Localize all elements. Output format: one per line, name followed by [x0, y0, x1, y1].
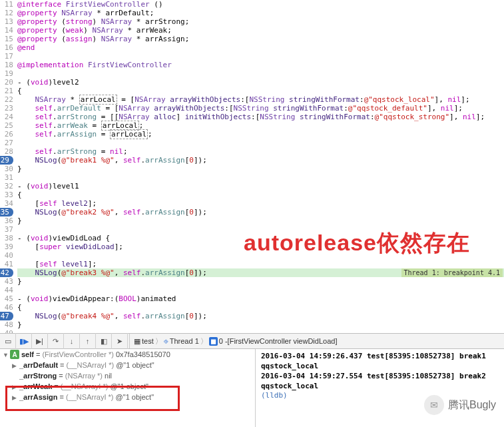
code-line[interactable]: }: [17, 216, 504, 225]
code-line[interactable]: [17, 286, 504, 294]
debug-view-button[interactable]: ◧: [96, 333, 112, 349]
line-number[interactable]: 44: [0, 286, 13, 294]
code-line[interactable]: NSLog(@"break1 %@", self.arrAssign[0]);: [17, 156, 504, 165]
line-number[interactable]: 36: [0, 216, 13, 225]
disclosure-triangle-icon[interactable]: [12, 393, 17, 401]
step-out-button[interactable]: ↑: [80, 333, 96, 349]
line-number[interactable]: 42: [0, 268, 13, 277]
code-editor[interactable]: 1112131415161718192021222324252627282930…: [0, 0, 504, 333]
var-name: _arrDefault: [19, 361, 58, 369]
line-number[interactable]: 33: [0, 191, 13, 199]
code-line[interactable]: @implementation FirstViewController: [17, 61, 504, 69]
watermark: ✉ 腾讯Bugly: [424, 395, 496, 415]
code-line[interactable]: {: [17, 191, 504, 199]
code-line[interactable]: @property (assign) NSArray * arrAssign;: [17, 35, 504, 43]
variable-row[interactable]: Aself = (FirstViewController *) 0x7fa348…: [0, 349, 255, 360]
step-over-button[interactable]: ↷: [48, 333, 64, 349]
code-line[interactable]: [17, 139, 504, 147]
code-line[interactable]: }: [17, 165, 504, 173]
line-number[interactable]: 46: [0, 303, 13, 312]
line-number[interactable]: 21: [0, 87, 13, 95]
line-number[interactable]: 43: [0, 277, 13, 286]
code-line[interactable]: [self level2];: [17, 199, 504, 208]
disclosure-triangle-icon[interactable]: [12, 361, 17, 369]
line-number[interactable]: 41: [0, 260, 13, 268]
variable-row[interactable]: _arrAssign = (__NSArrayI *) @"1 object": [0, 392, 255, 402]
line-number[interactable]: 37: [0, 225, 13, 234]
code-line[interactable]: [17, 173, 504, 182]
line-number[interactable]: 39: [0, 242, 13, 251]
line-number[interactable]: 28: [0, 147, 13, 156]
code-line[interactable]: self.arrDefault = [NSArray arrayWithObje…: [17, 104, 504, 113]
code-line[interactable]: self.arrWeak = arrLocal;: [17, 121, 504, 130]
continue-button[interactable]: ▶|: [32, 333, 48, 349]
hide-debug-button[interactable]: ▭: [0, 333, 16, 349]
code-line[interactable]: NSLog(@"break2 %@", self.arrAssign[0]);: [17, 208, 504, 216]
step-into-button[interactable]: ↓: [64, 333, 80, 349]
variable-row[interactable]: _arrStrong = (NSArray *) nil: [0, 370, 255, 381]
disclosure-triangle-icon[interactable]: [3, 350, 8, 358]
code-line[interactable]: NSLog(@"break3 %@", self.arrAssign[0]);T…: [17, 268, 504, 277]
type-icon: A: [10, 350, 19, 359]
line-number[interactable]: 16: [0, 43, 13, 52]
code-line[interactable]: @property NSArray * arrDefault;: [17, 9, 504, 17]
code-line[interactable]: @property (strong) NSArray * arrStrong;: [17, 17, 504, 26]
variable-row[interactable]: _arrWeak = (__NSArrayI *) @"1 object": [0, 381, 255, 392]
line-number[interactable]: 15: [0, 35, 13, 43]
code-line[interactable]: @interface FirstViewController (): [17, 0, 504, 9]
code-line[interactable]: }: [17, 277, 504, 286]
variables-view[interactable]: Aself = (FirstViewController *) 0x7fa348…: [0, 349, 256, 427]
code-line[interactable]: NSArray * arrLocal = [NSArray arrayWithO…: [17, 95, 504, 104]
code-line[interactable]: }: [17, 320, 504, 329]
code-area[interactable]: autorelease依然存在 @interface FirstViewCont…: [17, 0, 504, 333]
code-line[interactable]: [self level1];: [17, 260, 504, 268]
code-line[interactable]: - (void)viewDidAppear:(BOOL)animated: [17, 294, 504, 303]
code-line[interactable]: [17, 52, 504, 61]
line-number[interactable]: 24: [0, 113, 13, 121]
line-number[interactable]: 19: [0, 69, 13, 78]
code-line[interactable]: @property (weak) NSArray * arrWeak;: [17, 26, 504, 35]
code-line[interactable]: self.arrStrong = nil;: [17, 147, 504, 156]
line-number[interactable]: 38: [0, 234, 13, 242]
console-output[interactable]: 2016-03-04 14:59:26.437 test[85395:10852…: [256, 349, 504, 427]
variable-row[interactable]: _arrDefault = (__NSArrayI *) @"1 object": [0, 360, 255, 370]
code-line[interactable]: - (void)level2: [17, 78, 504, 87]
line-number[interactable]: 26: [0, 130, 13, 139]
line-gutter[interactable]: 1112131415161718192021222324252627282930…: [0, 0, 17, 333]
line-number[interactable]: 30: [0, 165, 13, 173]
line-number[interactable]: 35: [0, 208, 13, 216]
line-number[interactable]: 18: [0, 61, 13, 69]
disclosure-triangle-icon[interactable]: [12, 382, 17, 390]
line-number[interactable]: 22: [0, 95, 13, 104]
line-number[interactable]: 34: [0, 199, 13, 208]
code-line[interactable]: - (void)level1: [17, 182, 504, 191]
line-number[interactable]: 27: [0, 139, 13, 147]
var-name: _arrStrong: [19, 372, 57, 380]
line-number[interactable]: 23: [0, 104, 13, 113]
line-number[interactable]: 25: [0, 121, 13, 130]
line-number[interactable]: 40: [0, 251, 13, 260]
code-line[interactable]: @end: [17, 43, 504, 52]
line-number[interactable]: 31: [0, 173, 13, 182]
line-number[interactable]: 45: [0, 294, 13, 303]
debug-breadcrumb[interactable]: ▦ test 〉 ⎆ Thread 1 〉 ◼ 0 -[FirstViewCon…: [131, 336, 340, 346]
console-line: 2016-03-04 14:59:26.437 test[85395:10852…: [261, 352, 499, 362]
code-line[interactable]: self.arrStrong = [[NSArray alloc] initWi…: [17, 113, 504, 121]
code-line[interactable]: NSLog(@"break4 %@", self.arrAssign[0]);: [17, 312, 504, 320]
code-line[interactable]: [17, 69, 504, 78]
line-number[interactable]: 17: [0, 52, 13, 61]
location-button[interactable]: ➤: [112, 333, 128, 349]
line-number[interactable]: 11: [0, 0, 13, 9]
line-number[interactable]: 20: [0, 78, 13, 87]
line-number[interactable]: 29: [0, 156, 13, 165]
line-number[interactable]: 47: [0, 312, 13, 320]
line-number[interactable]: 48: [0, 320, 13, 329]
line-number[interactable]: 14: [0, 26, 13, 35]
code-line[interactable]: self.arrAssign = arrLocal;: [17, 130, 504, 139]
code-line[interactable]: [17, 329, 504, 333]
toggle-breakpoints-button[interactable]: ▮▶: [16, 333, 32, 349]
line-number[interactable]: 32: [0, 182, 13, 191]
code-line[interactable]: {: [17, 303, 504, 312]
line-number[interactable]: 13: [0, 17, 13, 26]
line-number[interactable]: 12: [0, 9, 13, 17]
